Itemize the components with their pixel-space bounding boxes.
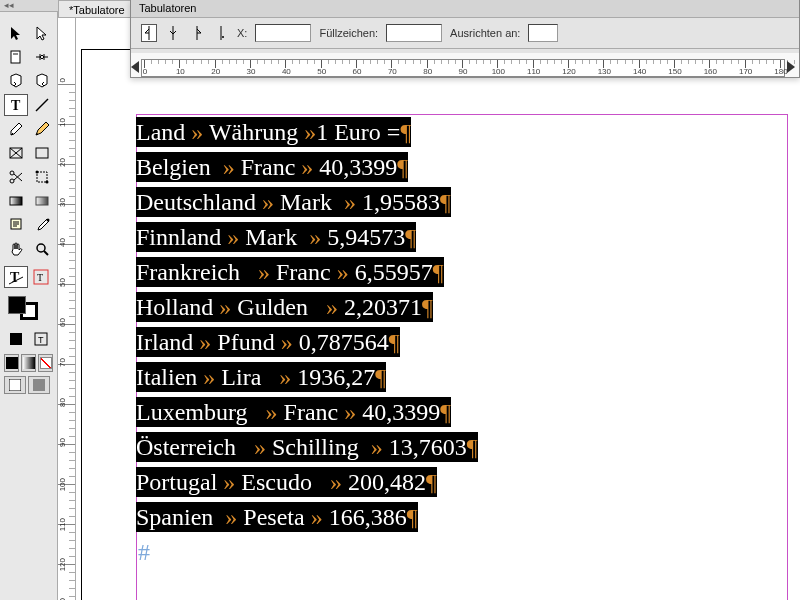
text-segment[interactable]: Frankreich » Franc » 6,55957¶: [136, 257, 444, 287]
svg-line-18: [44, 251, 48, 255]
type-tool[interactable]: T: [4, 94, 28, 116]
pen-tool[interactable]: [4, 118, 28, 140]
tabs-ruler[interactable]: 0102030405060708090100110120130140150160…: [131, 49, 799, 77]
svg-rect-1: [13, 53, 18, 55]
svg-rect-14: [36, 197, 48, 205]
tab-align-right[interactable]: [189, 24, 205, 42]
text-segment[interactable]: Luxemburg » Franc » 40,3399¶: [136, 397, 451, 427]
eyedropper-tool[interactable]: [30, 214, 54, 236]
svg-rect-10: [37, 172, 47, 182]
svg-rect-7: [36, 148, 48, 158]
document-tab[interactable]: *Tabulatore: [58, 0, 136, 17]
gradient-swatch-tool[interactable]: [4, 190, 28, 212]
tab-align-decimal[interactable]: [213, 24, 229, 42]
svg-point-12: [46, 181, 49, 184]
gradient-feather-tool[interactable]: [30, 190, 54, 212]
text-segment[interactable]: Deutschland » Mark » 1,95583¶: [136, 187, 451, 217]
svg-point-17: [37, 244, 45, 252]
text-segment[interactable]: Österreich » Schilling » 13,7603¶: [136, 432, 478, 462]
content-collector-tool[interactable]: [4, 70, 28, 92]
tabs-panel-title[interactable]: Tabulatoren: [131, 0, 799, 18]
rectangle-tool[interactable]: [30, 142, 54, 164]
fill-label: Füllzeichen:: [319, 27, 378, 39]
line-tool[interactable]: [30, 94, 54, 116]
text-segment[interactable]: Finnland » Mark » 5,94573¶: [136, 222, 416, 252]
svg-point-11: [36, 171, 39, 174]
type-on-path-tool[interactable]: T: [4, 266, 28, 288]
formatting-affects-text-tool[interactable]: T: [30, 266, 54, 288]
svg-rect-27: [9, 379, 21, 391]
apply-none[interactable]: [38, 354, 53, 372]
page-tool[interactable]: [4, 46, 28, 68]
svg-text:T: T: [11, 98, 21, 113]
tabs-panel: Tabulatoren X: Füllzeichen: Ausrichten a…: [130, 0, 800, 78]
x-input[interactable]: [255, 24, 311, 42]
text-segment[interactable]: Land » Währung »1 Euro =¶: [136, 117, 411, 147]
apply-fill[interactable]: [4, 354, 19, 372]
text-frame[interactable]: Land » Währung »1 Euro =¶Belgien » Franc…: [136, 115, 478, 570]
format-text-indicator[interactable]: T: [30, 328, 54, 350]
view-mode-normal[interactable]: [4, 376, 26, 394]
svg-text:T: T: [37, 272, 43, 283]
tools-palette: ◂◂ T T T T: [0, 0, 58, 600]
tab-align-left[interactable]: [141, 24, 157, 42]
pasteboard[interactable]: Land » Währung »1 Euro =¶Belgien » Franc…: [76, 18, 800, 600]
apply-color[interactable]: [4, 328, 28, 350]
direct-selection-tool[interactable]: [30, 22, 54, 44]
svg-rect-26: [23, 357, 35, 369]
svg-rect-28: [33, 379, 45, 391]
svg-rect-25: [6, 357, 18, 369]
vertical-ruler[interactable]: 0102030405060708090100110120130140150: [58, 18, 76, 600]
svg-point-16: [47, 219, 50, 222]
end-of-story-marker: #: [136, 539, 150, 565]
x-label: X:: [237, 27, 247, 39]
free-transform-tool[interactable]: [30, 166, 54, 188]
text-segment[interactable]: Portugal » Escudo » 200,482¶: [136, 467, 437, 497]
text-segment[interactable]: Irland » Pfund » 0,787564¶: [136, 327, 400, 357]
svg-rect-0: [11, 51, 20, 63]
text-segment[interactable]: Holland » Gulden » 2,20371¶: [136, 292, 433, 322]
svg-point-29: [222, 36, 224, 38]
zoom-tool[interactable]: [30, 238, 54, 260]
svg-line-3: [36, 99, 48, 111]
svg-point-9: [10, 171, 14, 175]
selection-tool[interactable]: [4, 22, 28, 44]
ruler-scroll-right-icon[interactable]: [787, 61, 795, 73]
text-segment[interactable]: Spanien » Peseta » 166,386¶: [136, 502, 418, 532]
scissors-tool[interactable]: [4, 166, 28, 188]
tab-align-center[interactable]: [165, 24, 181, 42]
note-tool[interactable]: [4, 214, 28, 236]
gap-tool[interactable]: [30, 46, 54, 68]
view-mode-preview[interactable]: [28, 376, 50, 394]
alignon-label: Ausrichten an:: [450, 27, 520, 39]
svg-text:T: T: [38, 335, 44, 345]
fill-input[interactable]: [386, 24, 442, 42]
alignon-input[interactable]: [528, 24, 558, 42]
text-segment[interactable]: Belgien » Franc » 40,3399¶: [136, 152, 408, 182]
pencil-tool[interactable]: [30, 118, 54, 140]
text-segment[interactable]: Italien » Lira » 1936,27¶: [136, 362, 386, 392]
svg-point-8: [10, 179, 14, 183]
svg-rect-22: [10, 333, 22, 345]
palette-collapse[interactable]: ◂◂: [0, 0, 58, 12]
content-placer-tool[interactable]: [30, 70, 54, 92]
hand-tool[interactable]: [4, 238, 28, 260]
apply-gradient[interactable]: [21, 354, 36, 372]
fill-stroke-swatch[interactable]: [8, 296, 38, 320]
svg-rect-13: [10, 197, 22, 205]
rectangle-frame-tool[interactable]: [4, 142, 28, 164]
